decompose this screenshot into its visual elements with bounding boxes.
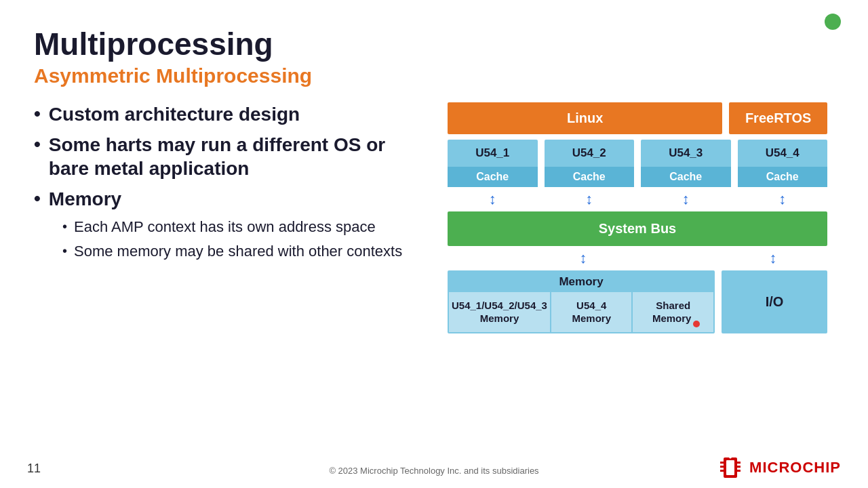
- bullet-3: • Memory: [34, 187, 427, 211]
- svg-rect-5: [737, 462, 741, 464]
- arrows-row-1: ↕ ↕ ↕ ↕: [448, 190, 827, 209]
- svg-rect-3: [720, 466, 724, 468]
- bullet-text-1: Custom architecture design: [49, 102, 300, 126]
- cpu-row: U54_1 Cache U54_2 Cache U54_3 Cache U54_…: [448, 140, 827, 187]
- arrow-2: ↕: [545, 190, 635, 208]
- arrow-4: ↕: [738, 190, 828, 208]
- bullet-2: • Some harts may run a different OS or b…: [34, 133, 427, 180]
- cpu-label-3: U54_3: [669, 146, 703, 160]
- bullet-1: • Custom architecture design: [34, 102, 427, 126]
- os-row: Linux FreeRTOS: [448, 102, 827, 134]
- slide-subtitle: Asymmetric Multiprocessing: [34, 64, 834, 87]
- svg-rect-1: [726, 460, 734, 475]
- sub-text-1: Each AMP context has its own address spa…: [74, 218, 376, 237]
- microchip-logo: MICROCHIP: [717, 454, 841, 481]
- bullet-text-3: Memory: [49, 187, 121, 211]
- slide: Multiprocessing Asymmetric Multiprocessi…: [0, 0, 868, 488]
- page-number: 11: [27, 462, 41, 476]
- sub-dot-1: •: [62, 218, 67, 235]
- bullet-dot-3: •: [34, 187, 41, 210]
- text-panel: • Custom architecture design • Some hart…: [34, 102, 427, 267]
- memory-section: Memory U54_1/U54_2/U54_3Memory U54_4Memo…: [448, 270, 715, 333]
- cpu-box-4: U54_4 Cache: [738, 140, 828, 187]
- cpu-box-2: U54_2 Cache: [545, 140, 635, 187]
- system-bus: System Bus: [448, 211, 827, 246]
- svg-rect-4: [720, 470, 724, 472]
- sub-dot-2: •: [62, 242, 67, 260]
- cache-box-1: Cache: [448, 167, 538, 187]
- cpu-box-1: U54_1 Cache: [448, 140, 538, 187]
- bus-arrow-left: ↕: [448, 249, 719, 268]
- footer-text: © 2023 Microchip Technology Inc. and its…: [329, 466, 538, 476]
- slide-title: Multiprocessing: [34, 27, 834, 62]
- sub-bullet-group: • Each AMP context has its own address s…: [62, 218, 427, 262]
- cpu-label-1: U54_1: [475, 146, 509, 160]
- cache-box-2: Cache: [545, 167, 635, 187]
- mem-io-row: Memory U54_1/U54_2/U54_3Memory U54_4Memo…: [448, 270, 827, 333]
- svg-rect-7: [737, 470, 741, 472]
- content-area: • Custom architecture design • Some hart…: [34, 102, 834, 333]
- io-box: I/O: [722, 270, 827, 333]
- bus-arrow-right: ↕: [719, 249, 827, 268]
- bus-arrows-row: ↕ ↕: [448, 249, 827, 268]
- bullet-dot-1: •: [34, 102, 41, 125]
- cpu-label-2: U54_2: [572, 146, 606, 160]
- arrow-3: ↕: [641, 190, 731, 208]
- microchip-logo-text: MICROCHIP: [749, 459, 841, 476]
- mem-cell-1: U54_1/U54_2/U54_3Memory: [449, 292, 551, 332]
- sub-bullet-2: • Some memory may be shared with other c…: [62, 242, 427, 262]
- sub-text-2: Some memory may be shared with other con…: [74, 242, 402, 262]
- memory-header: Memory: [449, 272, 713, 292]
- sub-bullet-1: • Each AMP context has its own address s…: [62, 218, 427, 237]
- bullet-dot-2: •: [34, 133, 41, 156]
- mem-cell-2: U54_4Memory: [551, 292, 633, 332]
- cache-box-4: Cache: [738, 167, 828, 187]
- red-dot-indicator: [693, 321, 700, 327]
- freertos-box: FreeRTOS: [729, 102, 827, 134]
- svg-rect-2: [720, 462, 724, 464]
- svg-rect-6: [737, 466, 741, 468]
- mem-cell-3: SharedMemory: [633, 292, 713, 332]
- diagram: Linux FreeRTOS U54_1 Cache U54_2 Cache U…: [448, 102, 827, 333]
- cpu-box-3: U54_3 Cache: [641, 140, 731, 187]
- microchip-logo-icon: [717, 454, 744, 481]
- diagram-panel: Linux FreeRTOS U54_1 Cache U54_2 Cache U…: [448, 102, 834, 333]
- cpu-label-4: U54_4: [766, 146, 800, 160]
- cache-box-3: Cache: [641, 167, 731, 187]
- linux-box: Linux: [448, 102, 722, 134]
- bullet-text-2: Some harts may run a different OS or bar…: [49, 133, 427, 180]
- green-dot-indicator: [825, 14, 841, 30]
- memory-cells: U54_1/U54_2/U54_3Memory U54_4Memory Shar…: [449, 292, 713, 332]
- arrow-1: ↕: [448, 190, 538, 208]
